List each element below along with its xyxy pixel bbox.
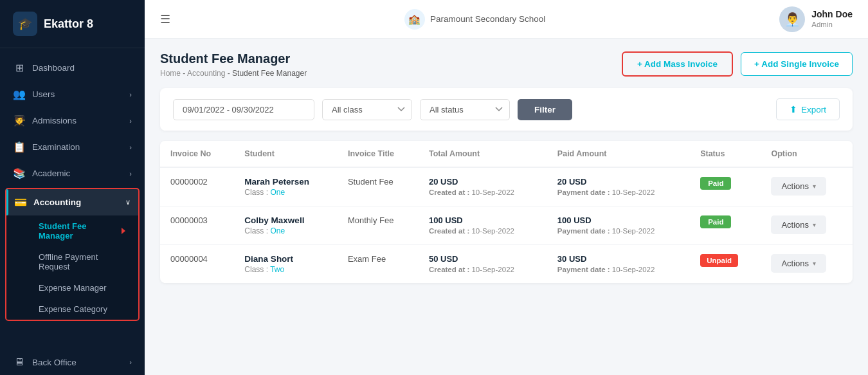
cell-invoice-no: 00000003 [160, 206, 234, 245]
invoice-table: Invoice No Student Invoice Title Total A… [160, 141, 853, 283]
sidebar-item-back-office[interactable]: 🖥 Back Office › [0, 349, 145, 375]
chevron-right-icon: › [129, 91, 132, 98]
cell-total-amount: 50 USD Created at : 10-Sep-2022 [419, 245, 547, 284]
sidebar-item-expense-category[interactable]: Expense Category [6, 298, 138, 320]
chevron-down-icon: ∨ [125, 198, 131, 206]
main-content: ☰ 🏫 Paramount Secondary School 👨‍💼 John … [145, 0, 868, 375]
sidebar-item-academic[interactable]: 📚 Academic › [0, 160, 145, 187]
school-name: Paramount Secondary School [430, 14, 545, 24]
table-row: 00000002 Marah Petersen Class : One Stud… [160, 167, 853, 206]
table-body: 00000002 Marah Petersen Class : One Stud… [160, 167, 853, 283]
filter-bar: All class All status Filter ⬆ Export [160, 88, 853, 131]
users-icon: 👥 [13, 88, 26, 100]
actions-label: Actions [781, 259, 809, 268]
sidebar-item-users[interactable]: 👥 Users › [0, 81, 145, 107]
chevron-down-icon: ▾ [813, 260, 816, 267]
sidebar-label-examination: Examination [32, 142, 80, 152]
table-head: Invoice No Student Invoice Title Total A… [160, 141, 853, 167]
sidebar: 🎓 Ekattor 8 ⊞ Dashboard 👥 Users › 🧑‍🎓 Ad… [0, 0, 145, 375]
cell-option: Actions ▾ [761, 206, 853, 245]
avatar: 👨‍💼 [779, 6, 805, 32]
cell-student: Marah Petersen Class : One [234, 167, 338, 206]
chevron-right-icon: › [129, 358, 132, 366]
action-buttons: + Add Mass Invoice + Add Single Invoice [622, 51, 853, 77]
active-arrow-icon [122, 228, 125, 234]
sidebar-label-dashboard: Dashboard [32, 63, 75, 73]
add-mass-invoice-button[interactable]: + Add Mass Invoice [622, 51, 733, 77]
accounting-icon: 💳 [14, 196, 27, 208]
export-icon: ⬆ [790, 104, 797, 114]
cell-paid-amount: 30 USD Payment date : 10-Sep-2022 [547, 245, 690, 284]
breadcrumb-accounting[interactable]: Accounting [187, 69, 225, 78]
chevron-down-icon: ▾ [813, 183, 816, 190]
cell-status: Paid [690, 167, 761, 206]
hamburger-menu-icon[interactable]: ☰ [160, 12, 170, 26]
actions-label: Actions [781, 181, 809, 191]
table-row: 00000004 Diana Short Class : Two Exam Fe… [160, 245, 853, 284]
accounting-section: 💳 Accounting ∨ Student Fee Manager Offli… [5, 188, 140, 321]
sidebar-label-users: Users [32, 89, 55, 99]
page-content: Student Fee Manager Home - Accounting - … [145, 39, 868, 375]
export-button[interactable]: ⬆ Export [776, 98, 840, 120]
chevron-right-icon: › [129, 117, 132, 125]
sidebar-item-student-fee-manager[interactable]: Student Fee Manager [6, 215, 138, 246]
user-profile[interactable]: 👨‍💼 John Doe Admin [779, 6, 853, 32]
cell-invoice-title: Exam Fee [338, 245, 419, 284]
col-student: Student [234, 141, 338, 167]
academic-icon: 📚 [13, 167, 26, 179]
sidebar-nav: ⊞ Dashboard 👥 Users › 🧑‍🎓 Admissions › 📋… [0, 48, 145, 375]
chevron-down-icon: ▾ [813, 221, 816, 228]
cell-option: Actions ▾ [761, 167, 853, 206]
page-title-section: Student Fee Manager Home - Accounting - … [160, 51, 307, 78]
chevron-right-icon: › [129, 143, 132, 151]
examination-icon: 📋 [13, 141, 26, 153]
cell-invoice-no: 00000002 [160, 167, 234, 206]
cell-student: Colby Maxwell Class : One [234, 206, 338, 245]
sidebar-item-offline-payment[interactable]: Offline Payment Request [6, 246, 138, 277]
col-option: Option [761, 141, 853, 167]
invoice-table-container: Invoice No Student Invoice Title Total A… [160, 141, 853, 283]
sidebar-item-admissions[interactable]: 🧑‍🎓 Admissions › [0, 107, 145, 134]
sidebar-item-accounting[interactable]: 💳 Accounting ∨ [6, 189, 138, 215]
cell-paid-amount: 20 USD Payment date : 10-Sep-2022 [547, 167, 690, 206]
active-indicator [6, 189, 8, 215]
dashboard-icon: ⊞ [13, 62, 26, 74]
admissions-icon: 🧑‍🎓 [13, 114, 26, 127]
user-role: Admin [811, 20, 853, 30]
actions-button[interactable]: Actions ▾ [771, 215, 826, 234]
sidebar-item-dashboard[interactable]: ⊞ Dashboard [0, 55, 145, 81]
breadcrumb: Home - Accounting - Student Fee Manager [160, 69, 307, 78]
col-status: Status [690, 141, 761, 167]
actions-button[interactable]: Actions ▾ [771, 177, 826, 196]
date-range-input[interactable] [173, 99, 314, 120]
col-total-amount: Total Amount [419, 141, 547, 167]
class-filter[interactable]: All class [322, 99, 412, 120]
sidebar-label-academic: Academic [32, 169, 70, 178]
sidebar-label-accounting: Accounting [33, 197, 81, 207]
sidebar-item-expense-manager[interactable]: Expense Manager [6, 277, 138, 298]
actions-button[interactable]: Actions ▾ [771, 254, 826, 273]
actions-label: Actions [781, 220, 809, 230]
expense-manager-label: Expense Manager [39, 283, 107, 293]
table-row: 00000003 Colby Maxwell Class : One Month… [160, 206, 853, 245]
sidebar-logo: 🎓 Ekattor 8 [0, 0, 145, 48]
sidebar-label-back-office: Back Office [32, 358, 77, 367]
student-fee-manager-label: Student Fee Manager [39, 221, 115, 241]
cell-invoice-no: 00000004 [160, 245, 234, 284]
add-single-invoice-button[interactable]: + Add Single Invoice [741, 52, 853, 76]
school-info: 🏫 Paramount Secondary School [404, 9, 545, 30]
page-title: Student Fee Manager [160, 51, 307, 66]
logo-icon: 🎓 [13, 12, 37, 36]
cell-total-amount: 20 USD Created at : 10-Sep-2022 [419, 167, 547, 206]
cell-total-amount: 100 USD Created at : 10-Sep-2022 [419, 206, 547, 245]
topbar: ☰ 🏫 Paramount Secondary School 👨‍💼 John … [145, 0, 868, 39]
chevron-right-icon: › [129, 170, 132, 178]
sidebar-item-examination[interactable]: 📋 Examination › [0, 134, 145, 160]
cell-invoice-title: Monthly Fee [338, 206, 419, 245]
offline-payment-label: Offline Payment Request [39, 252, 125, 271]
user-name: John Doe [811, 8, 853, 20]
status-filter[interactable]: All status [420, 99, 510, 120]
filter-button[interactable]: Filter [518, 99, 572, 120]
cell-invoice-title: Student Fee [338, 167, 419, 206]
breadcrumb-home[interactable]: Home [160, 69, 181, 78]
